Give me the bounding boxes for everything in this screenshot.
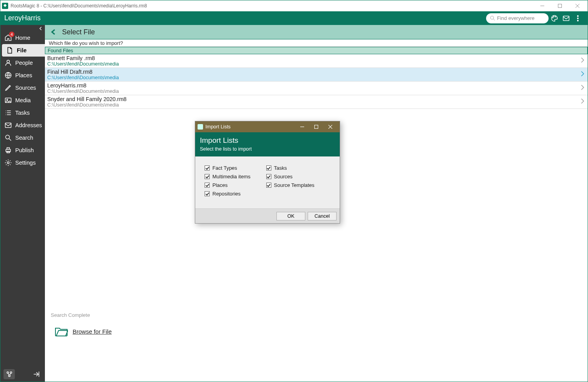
sidebar-item-label: Publish: [15, 147, 34, 153]
sidebar-item-media[interactable]: Media: [0, 94, 45, 107]
dialog-close-button[interactable]: [323, 121, 337, 132]
file-path: C:\Users\fendi\Documents\media: [47, 102, 581, 108]
dialog-app-icon: [198, 124, 203, 130]
kebab-menu-icon[interactable]: [572, 14, 584, 22]
browse-for-file-button[interactable]: Browse for File: [55, 326, 112, 337]
dialog-header: Import Lists Select the lists to import: [195, 132, 340, 156]
sidebar-expand-icon[interactable]: [30, 369, 42, 379]
dialog-titlebar: Import Lists: [195, 121, 340, 132]
dialog-titlebar-text: Import Lists: [205, 124, 231, 130]
page-title: Select File: [62, 28, 95, 36]
search-status: Search Complete: [51, 312, 90, 318]
dialog-minimize-button[interactable]: [295, 121, 309, 132]
dialog-maximize-button[interactable]: [309, 121, 323, 132]
file-row[interactable]: Burnett Family .rm8C:\Users\fendi\Docume…: [45, 54, 588, 68]
checkbox-multimedia-items[interactable]: Multimedia items: [205, 174, 251, 179]
sidebar-item-tasks[interactable]: Tasks: [0, 107, 45, 119]
svg-line-5: [494, 19, 495, 21]
app-icon: [2, 3, 8, 9]
file-name: LeroyHarris.rm8: [47, 82, 581, 89]
sidebar-item-label: Settings: [15, 160, 36, 166]
cancel-button[interactable]: Cancel: [308, 212, 337, 220]
file-row[interactable]: Snyder and Hill Family 2020.rm8C:\Users\…: [45, 95, 588, 109]
browse-for-file-label: Browse for File: [73, 328, 112, 335]
sidebar-item-settings[interactable]: Settings: [0, 156, 45, 169]
window-maximize-button[interactable]: [551, 0, 568, 11]
page-header: Select File: [45, 25, 588, 39]
file-name: Burnett Family .rm8: [47, 55, 581, 61]
chevron-right-icon: [581, 57, 584, 64]
dialog-title: Import Lists: [200, 136, 335, 145]
sidebar-item-label: Tasks: [15, 110, 30, 116]
checkbox-label: Multimedia items: [212, 174, 251, 179]
chevron-right-icon: [581, 71, 584, 78]
checkbox-label: Sources: [274, 174, 293, 179]
import-prompt: Which file do you wish to import?: [45, 39, 588, 47]
window-close-button[interactable]: [568, 0, 586, 11]
window-title: RootsMagic 8 - C:\Users\fendi\Documents\…: [11, 3, 533, 9]
search-icon: [4, 133, 12, 142]
svg-rect-23: [5, 123, 11, 128]
svg-point-12: [577, 20, 579, 21]
mail-icon: [4, 121, 12, 130]
sidebar-item-people[interactable]: People: [0, 57, 45, 69]
sidebar-item-places[interactable]: Places: [0, 69, 45, 82]
svg-line-25: [9, 139, 11, 141]
checkbox-icon: [205, 174, 210, 179]
checkbox-icon: [266, 165, 271, 171]
search-placeholder: Find everywhere: [497, 15, 535, 21]
checkbox-places[interactable]: Places: [205, 182, 251, 188]
svg-point-16: [7, 99, 8, 100]
checkbox-sources[interactable]: Sources: [266, 174, 315, 179]
svg-point-24: [5, 135, 9, 139]
checkbox-repositories[interactable]: Repositories: [205, 191, 251, 197]
mail-icon[interactable]: [560, 14, 572, 22]
palette-icon[interactable]: [549, 14, 560, 22]
database-name: LeroyHarris: [4, 14, 41, 22]
svg-point-13: [7, 60, 10, 63]
checkbox-label: Repositories: [212, 191, 241, 197]
sidebar-item-home[interactable]: Home4: [0, 32, 45, 44]
sidebar-item-label: Addresses: [15, 122, 42, 128]
back-button[interactable]: [49, 27, 58, 37]
svg-point-7: [554, 16, 554, 17]
file-list: Burnett Family .rm8C:\Users\fendi\Docume…: [45, 54, 588, 109]
sidebar-item-publish[interactable]: Publish: [0, 144, 45, 156]
checkbox-tasks[interactable]: Tasks: [266, 165, 315, 171]
sidebar-item-label: Search: [15, 135, 33, 141]
file-name: Snyder and Hill Family 2020.rm8: [47, 96, 581, 102]
checkbox-icon: [205, 183, 210, 188]
sidebar-badge: 4: [9, 32, 14, 37]
checkbox-source-templates[interactable]: Source Templates: [266, 182, 315, 188]
sidebar-item-sources[interactable]: Sources: [0, 82, 45, 94]
sidebar-item-file[interactable]: File: [2, 44, 45, 57]
sidebar-collapse-button[interactable]: [0, 25, 45, 32]
window-minimize-button[interactable]: [533, 0, 551, 11]
dialog-subtitle: Select the lists to import: [200, 146, 335, 152]
app-header: LeroyHarris Find everywhere: [0, 11, 588, 25]
svg-point-10: [577, 15, 579, 16]
svg-rect-9: [563, 16, 569, 21]
tree-hints-icon[interactable]: [4, 369, 15, 379]
pen-icon: [4, 84, 12, 92]
svg-point-6: [552, 17, 553, 18]
svg-rect-34: [315, 125, 318, 129]
file-path: C:\Users\fendi\Documents\media: [47, 89, 581, 94]
file-row[interactable]: Final Hill Draft.rm8C:\Users\fendi\Docum…: [45, 68, 588, 82]
people-icon: [4, 59, 12, 67]
svg-rect-27: [7, 147, 10, 149]
sidebar: Home4FilePeoplePlacesSourcesMediaTasksAd…: [0, 25, 45, 382]
sidebar-item-label: Media: [15, 97, 31, 103]
checkbox-fact-types[interactable]: Fact Types: [205, 165, 251, 171]
checkbox-icon: [266, 174, 271, 179]
file-row[interactable]: LeroyHarris.rm8C:\Users\fendi\Documents\…: [45, 82, 588, 95]
import-lists-dialog: Import Lists Import Lists Select the lis…: [195, 121, 340, 224]
global-search-input[interactable]: Find everywhere: [486, 13, 549, 23]
ok-button[interactable]: OK: [276, 212, 305, 220]
checkbox-icon: [205, 191, 210, 196]
svg-point-29: [7, 162, 9, 164]
chevron-right-icon: [581, 85, 584, 92]
found-files-header: Found Files: [45, 47, 588, 54]
sidebar-item-addresses[interactable]: Addresses: [0, 119, 45, 131]
sidebar-item-search[interactable]: Search: [0, 131, 45, 144]
